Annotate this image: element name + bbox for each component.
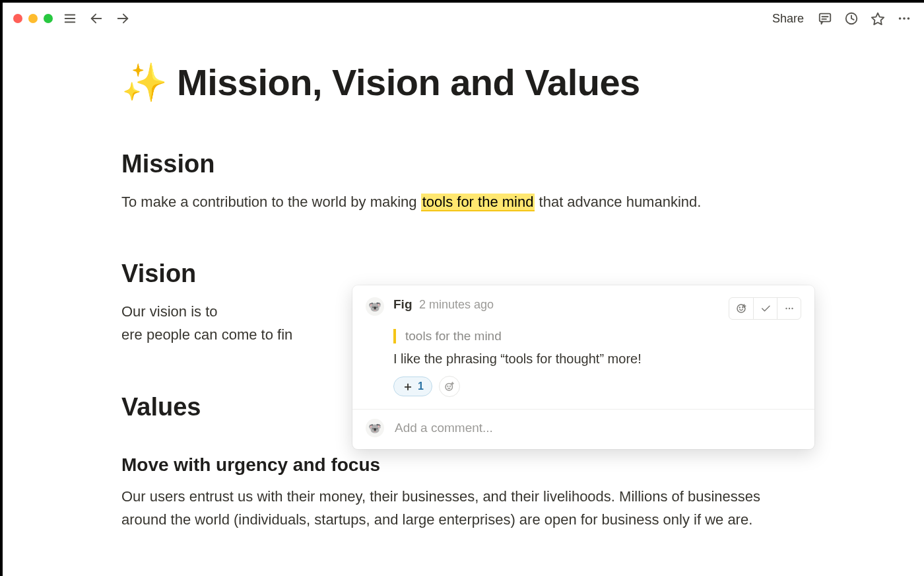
add-reaction-button[interactable]: [439, 376, 460, 397]
svg-point-23: [450, 386, 451, 386]
comment-author-name: Fig: [393, 297, 412, 311]
window-minimize-button[interactable]: [28, 14, 38, 23]
comment-popover: 🐨 Fig 2 minutes ago tool: [352, 285, 814, 449]
more-icon[interactable]: [895, 9, 913, 28]
comment-body-text: I like the phrasing “tools for thought” …: [393, 351, 801, 367]
comment-react-button[interactable]: [729, 297, 753, 320]
subheading-urgency[interactable]: Move with urgency and focus: [121, 454, 781, 476]
comment-more-button[interactable]: [777, 297, 801, 320]
updates-icon[interactable]: [842, 9, 861, 28]
comment-divider: [352, 409, 814, 410]
share-button[interactable]: Share: [768, 9, 808, 28]
comment-timestamp: 2 minutes ago: [419, 298, 494, 311]
window-traffic-lights: [13, 14, 53, 23]
svg-point-14: [739, 307, 740, 308]
window-close-button[interactable]: [13, 14, 22, 23]
plus-icon: ＋: [402, 378, 414, 394]
svg-point-19: [788, 308, 789, 309]
page-icon[interactable]: ✨: [121, 64, 168, 101]
page-title[interactable]: Mission, Vision and Values: [177, 61, 640, 104]
svg-point-18: [785, 308, 787, 309]
nav-forward-button[interactable]: [114, 9, 132, 28]
comments-icon[interactable]: [816, 9, 834, 28]
favorite-icon[interactable]: [869, 9, 887, 28]
mission-text-before: To make a contribution to the world by m…: [121, 194, 421, 210]
comment-action-bar: [729, 297, 801, 320]
svg-point-11: [903, 17, 906, 20]
top-toolbar: Share: [3, 3, 924, 34]
svg-rect-5: [820, 14, 831, 22]
page-body: ✨ Mission, Vision and Values Mission To …: [3, 34, 924, 531]
svg-point-22: [447, 386, 448, 386]
heading-vision[interactable]: Vision: [121, 260, 781, 288]
comment-input[interactable]: [393, 420, 801, 436]
reaction-pill[interactable]: ＋ 1: [393, 377, 432, 396]
vision-text-end: ere people can come to fin: [121, 326, 292, 343]
comment-resolve-button[interactable]: [753, 297, 777, 320]
svg-marker-9: [872, 13, 884, 24]
window-zoom-button[interactable]: [44, 14, 53, 23]
current-user-avatar[interactable]: 🐨: [366, 419, 384, 437]
mission-paragraph[interactable]: To make a contribution to the world by m…: [121, 190, 781, 213]
vision-text-start: Our vision is to: [121, 303, 222, 320]
comment-author-avatar[interactable]: 🐨: [366, 297, 384, 316]
nav-back-button[interactable]: [87, 9, 106, 28]
sidebar-toggle-button[interactable]: [61, 9, 79, 28]
svg-point-21: [446, 384, 453, 391]
svg-point-10: [899, 17, 902, 20]
svg-point-20: [791, 308, 793, 309]
page-title-row: ✨ Mission, Vision and Values: [121, 61, 781, 104]
values-paragraph[interactable]: Our users entrust us with their money, t…: [121, 485, 781, 531]
heading-mission[interactable]: Mission: [121, 150, 781, 178]
svg-point-15: [742, 307, 743, 308]
svg-point-12: [908, 17, 910, 20]
mission-highlight[interactable]: tools for the mind: [421, 194, 535, 211]
reaction-count: 1: [418, 380, 424, 392]
mission-text-after: that advance humankind.: [535, 194, 701, 210]
comment-quoted-text: tools for the mind: [393, 329, 801, 343]
